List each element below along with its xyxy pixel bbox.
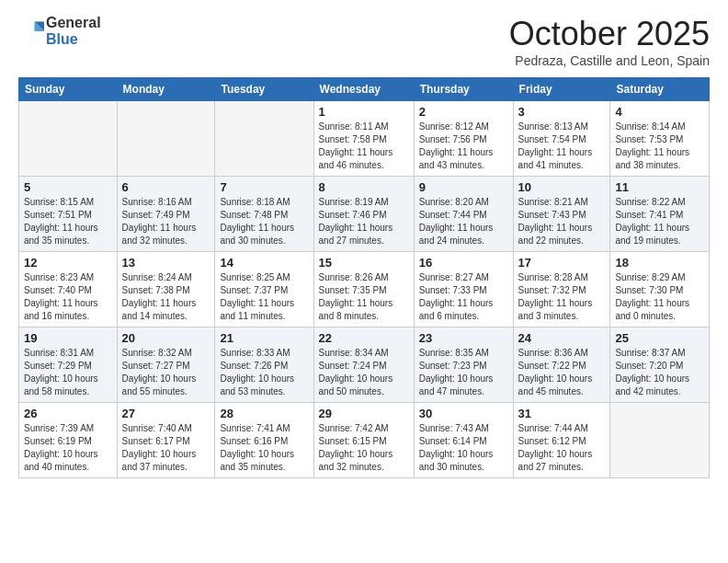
calendar: SundayMondayTuesdayWednesdayThursdayFrid… xyxy=(18,77,710,478)
calendar-header-row: SundayMondayTuesdayWednesdayThursdayFrid… xyxy=(19,78,710,101)
day-info: Sunrise: 8:31 AM Sunset: 7:29 PM Dayligh… xyxy=(24,347,112,398)
calendar-week-row: 26Sunrise: 7:39 AM Sunset: 6:19 PM Dayli… xyxy=(19,403,710,478)
calendar-header-thursday: Thursday xyxy=(414,78,513,101)
calendar-cell: 4Sunrise: 8:14 AM Sunset: 7:53 PM Daylig… xyxy=(610,101,710,177)
day-info: Sunrise: 7:42 AM Sunset: 6:15 PM Dayligh… xyxy=(319,422,409,474)
day-info: Sunrise: 8:33 AM Sunset: 7:26 PM Dayligh… xyxy=(220,347,308,398)
day-number: 20 xyxy=(122,331,210,345)
calendar-header-tuesday: Tuesday xyxy=(215,78,313,101)
calendar-cell: 1Sunrise: 8:11 AM Sunset: 7:58 PM Daylig… xyxy=(313,101,414,177)
day-number: 12 xyxy=(24,256,112,270)
calendar-cell: 30Sunrise: 7:43 AM Sunset: 6:14 PM Dayli… xyxy=(414,403,513,478)
day-info: Sunrise: 8:26 AM Sunset: 7:35 PM Dayligh… xyxy=(319,271,409,323)
day-number: 26 xyxy=(24,407,112,420)
logo: General Blue xyxy=(18,15,101,47)
calendar-cell: 19Sunrise: 8:31 AM Sunset: 7:29 PM Dayli… xyxy=(19,327,118,403)
calendar-cell: 24Sunrise: 8:36 AM Sunset: 7:22 PM Dayli… xyxy=(513,327,610,403)
calendar-cell: 8Sunrise: 8:19 AM Sunset: 7:46 PM Daylig… xyxy=(313,177,414,252)
day-number: 29 xyxy=(319,407,409,420)
day-info: Sunrise: 7:41 AM Sunset: 6:16 PM Dayligh… xyxy=(220,422,308,474)
calendar-cell: 25Sunrise: 8:37 AM Sunset: 7:20 PM Dayli… xyxy=(610,327,710,403)
location: Pedraza, Castille and Leon, Spain xyxy=(509,53,710,68)
calendar-header-friday: Friday xyxy=(513,78,610,101)
day-info: Sunrise: 8:27 AM Sunset: 7:33 PM Dayligh… xyxy=(419,271,508,323)
day-number: 7 xyxy=(220,180,308,194)
day-number: 3 xyxy=(518,105,606,119)
day-number: 8 xyxy=(319,180,409,194)
calendar-cell: 23Sunrise: 8:35 AM Sunset: 7:23 PM Dayli… xyxy=(414,327,513,403)
day-number: 14 xyxy=(220,256,308,270)
day-info: Sunrise: 7:40 AM Sunset: 6:17 PM Dayligh… xyxy=(122,422,210,474)
day-info: Sunrise: 8:24 AM Sunset: 7:38 PM Dayligh… xyxy=(122,271,210,323)
day-number: 1 xyxy=(319,105,409,119)
day-info: Sunrise: 8:19 AM Sunset: 7:46 PM Dayligh… xyxy=(319,196,409,247)
calendar-week-row: 1Sunrise: 8:11 AM Sunset: 7:58 PM Daylig… xyxy=(19,101,710,177)
day-info: Sunrise: 8:36 AM Sunset: 7:22 PM Dayligh… xyxy=(518,347,606,398)
page: General Blue October 2025 Pedraza, Casti… xyxy=(0,0,728,563)
day-number: 15 xyxy=(319,256,409,270)
day-info: Sunrise: 8:34 AM Sunset: 7:24 PM Dayligh… xyxy=(319,347,409,398)
calendar-cell: 20Sunrise: 8:32 AM Sunset: 7:27 PM Dayli… xyxy=(117,327,215,403)
day-info: Sunrise: 8:11 AM Sunset: 7:58 PM Dayligh… xyxy=(319,121,409,172)
day-number: 4 xyxy=(615,105,704,119)
day-info: Sunrise: 8:32 AM Sunset: 7:27 PM Dayligh… xyxy=(122,347,210,398)
day-info: Sunrise: 8:12 AM Sunset: 7:56 PM Dayligh… xyxy=(419,121,508,172)
calendar-week-row: 19Sunrise: 8:31 AM Sunset: 7:29 PM Dayli… xyxy=(19,327,710,403)
calendar-cell: 28Sunrise: 7:41 AM Sunset: 6:16 PM Dayli… xyxy=(215,403,313,478)
day-number: 18 xyxy=(615,256,704,270)
day-number: 31 xyxy=(518,407,606,420)
calendar-cell: 22Sunrise: 8:34 AM Sunset: 7:24 PM Dayli… xyxy=(313,327,414,403)
calendar-cell: 13Sunrise: 8:24 AM Sunset: 7:38 PM Dayli… xyxy=(117,252,215,327)
day-number: 5 xyxy=(24,180,112,194)
day-number: 24 xyxy=(518,331,606,345)
logo-general-text: General xyxy=(46,15,101,31)
calendar-header-saturday: Saturday xyxy=(610,78,710,101)
day-info: Sunrise: 8:16 AM Sunset: 7:49 PM Dayligh… xyxy=(122,196,210,247)
day-number: 25 xyxy=(615,331,704,345)
calendar-week-row: 5Sunrise: 8:15 AM Sunset: 7:51 PM Daylig… xyxy=(19,177,710,252)
header: General Blue October 2025 Pedraza, Casti… xyxy=(18,15,710,68)
calendar-cell: 21Sunrise: 8:33 AM Sunset: 7:26 PM Dayli… xyxy=(215,327,313,403)
day-info: Sunrise: 7:43 AM Sunset: 6:14 PM Dayligh… xyxy=(419,422,508,474)
day-number: 17 xyxy=(518,256,606,270)
day-number: 22 xyxy=(319,331,409,345)
day-info: Sunrise: 8:14 AM Sunset: 7:53 PM Dayligh… xyxy=(615,121,704,172)
logo-blue-text: Blue xyxy=(46,31,101,48)
calendar-cell: 18Sunrise: 8:29 AM Sunset: 7:30 PM Dayli… xyxy=(610,252,710,327)
calendar-header-monday: Monday xyxy=(117,78,215,101)
calendar-header-wednesday: Wednesday xyxy=(313,78,414,101)
day-info: Sunrise: 7:44 AM Sunset: 6:12 PM Dayligh… xyxy=(518,422,606,474)
month-title: October 2025 xyxy=(509,15,710,53)
day-number: 10 xyxy=(518,180,606,194)
calendar-cell: 5Sunrise: 8:15 AM Sunset: 7:51 PM Daylig… xyxy=(19,177,118,252)
day-info: Sunrise: 8:22 AM Sunset: 7:41 PM Dayligh… xyxy=(615,196,704,247)
calendar-cell xyxy=(215,101,313,177)
day-number: 16 xyxy=(419,256,508,270)
calendar-cell: 2Sunrise: 8:12 AM Sunset: 7:56 PM Daylig… xyxy=(414,101,513,177)
day-info: Sunrise: 7:39 AM Sunset: 6:19 PM Dayligh… xyxy=(24,422,112,474)
logo-text: General Blue xyxy=(46,15,101,47)
calendar-week-row: 12Sunrise: 8:23 AM Sunset: 7:40 PM Dayli… xyxy=(19,252,710,327)
day-info: Sunrise: 8:25 AM Sunset: 7:37 PM Dayligh… xyxy=(220,271,308,323)
title-section: October 2025 Pedraza, Castille and Leon,… xyxy=(509,15,710,68)
day-info: Sunrise: 8:28 AM Sunset: 7:32 PM Dayligh… xyxy=(518,271,606,323)
day-info: Sunrise: 8:13 AM Sunset: 7:54 PM Dayligh… xyxy=(518,121,606,172)
day-number: 2 xyxy=(419,105,508,119)
calendar-cell: 9Sunrise: 8:20 AM Sunset: 7:44 PM Daylig… xyxy=(414,177,513,252)
calendar-cell xyxy=(610,403,710,478)
calendar-header-sunday: Sunday xyxy=(19,78,118,101)
day-number: 19 xyxy=(24,331,112,345)
calendar-cell xyxy=(117,101,215,177)
calendar-cell: 3Sunrise: 8:13 AM Sunset: 7:54 PM Daylig… xyxy=(513,101,610,177)
day-number: 11 xyxy=(615,180,704,194)
day-info: Sunrise: 8:35 AM Sunset: 7:23 PM Dayligh… xyxy=(419,347,508,398)
logo-icon xyxy=(18,18,44,44)
day-number: 28 xyxy=(220,407,308,420)
day-number: 13 xyxy=(122,256,210,270)
calendar-cell: 6Sunrise: 8:16 AM Sunset: 7:49 PM Daylig… xyxy=(117,177,215,252)
calendar-cell: 31Sunrise: 7:44 AM Sunset: 6:12 PM Dayli… xyxy=(513,403,610,478)
calendar-cell: 26Sunrise: 7:39 AM Sunset: 6:19 PM Dayli… xyxy=(19,403,118,478)
day-number: 21 xyxy=(220,331,308,345)
day-info: Sunrise: 8:20 AM Sunset: 7:44 PM Dayligh… xyxy=(419,196,508,247)
day-number: 23 xyxy=(419,331,508,345)
